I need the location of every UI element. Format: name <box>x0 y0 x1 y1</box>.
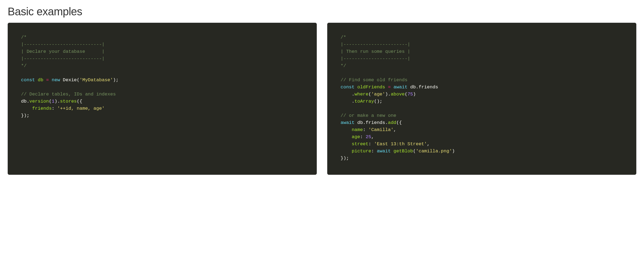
code-method: version <box>29 99 49 104</box>
code-comment: // Find some old friends <box>341 77 407 83</box>
code-indent <box>21 106 32 111</box>
examples-row: /* |----------------------------| | Decl… <box>8 23 636 175</box>
code-string: '++id, name, age' <box>57 106 105 111</box>
code-keyword: await <box>394 85 407 90</box>
code-punct: ) <box>452 149 455 154</box>
code-keyword: const <box>21 77 35 83</box>
code-string: 'age' <box>371 92 385 97</box>
code-punct: , <box>394 127 396 132</box>
code-number: 75 <box>407 92 413 97</box>
code-identifier: db <box>410 85 416 90</box>
code-comment: */ <box>341 63 346 68</box>
code-keyword: await <box>341 120 355 125</box>
code-comment: |-----------------------| <box>341 42 410 47</box>
code-punct: . <box>57 99 60 104</box>
code-property: friends <box>32 106 52 111</box>
code-identifier: db <box>38 77 43 83</box>
code-punct: ({ <box>396 120 402 125</box>
code-indent <box>341 99 352 104</box>
code-identifier: db <box>21 99 26 104</box>
code-punct: ( <box>413 149 416 154</box>
code-method: stores <box>60 99 77 104</box>
code-punct: : <box>363 127 366 132</box>
code-identifier: oldFriends <box>357 85 385 90</box>
code-indent <box>341 92 352 97</box>
code-punct: ({ <box>77 99 82 104</box>
code-property: picture <box>352 149 371 154</box>
code-property: friends <box>419 85 438 90</box>
code-punct: . <box>388 92 391 97</box>
code-function: getBlob <box>394 149 413 154</box>
code-identifier: db <box>357 120 363 125</box>
code-class: Dexie <box>63 77 77 83</box>
code-operator: = <box>388 85 391 90</box>
code-string: 'MyDatabase' <box>79 77 113 83</box>
code-punct: (); <box>374 99 382 104</box>
code-block-queries: /* |-----------------------| | Then run … <box>341 34 623 162</box>
code-panel-declare: /* |----------------------------| | Decl… <box>8 23 317 175</box>
code-method: add <box>388 120 396 125</box>
code-punct: : <box>360 134 363 140</box>
code-punct: : <box>52 106 54 111</box>
code-punct: ); <box>113 77 119 83</box>
code-comment: |----------------------------| <box>21 42 105 47</box>
code-punct: , <box>371 134 374 140</box>
code-comment: // Declare tables, IDs and indexes <box>21 92 116 97</box>
code-number: 1 <box>52 99 54 104</box>
code-comment: |-----------------------| <box>341 56 410 61</box>
code-operator: = <box>46 77 49 83</box>
code-string: 'East 13:th Street' <box>374 141 427 147</box>
code-property: friends <box>366 120 385 125</box>
code-indent <box>341 149 352 154</box>
code-punct: ( <box>405 92 407 97</box>
code-punct: ) <box>54 99 57 104</box>
code-punct: , <box>427 141 430 147</box>
code-method: toArray <box>355 99 374 104</box>
code-indent <box>341 127 352 132</box>
code-property: age <box>352 134 360 140</box>
code-punct: ) <box>413 92 416 97</box>
code-punct: ( <box>77 77 79 83</box>
code-punct: }); <box>21 113 29 118</box>
code-string: 'Camilla' <box>368 127 394 132</box>
code-punct: ( <box>49 99 52 104</box>
code-punct: : <box>368 141 371 147</box>
code-property: name <box>352 127 363 132</box>
code-keyword: const <box>341 85 355 90</box>
code-method: where <box>355 92 368 97</box>
code-string: 'camilla.png' <box>416 149 452 154</box>
code-punct: . <box>26 99 29 104</box>
code-comment: */ <box>21 63 26 68</box>
code-punct: . <box>385 120 388 125</box>
code-indent <box>341 141 352 147</box>
code-panel-queries: /* |-----------------------| | Then run … <box>327 23 636 175</box>
code-comment: // or make a new one <box>341 113 396 118</box>
code-punct: . <box>352 99 355 104</box>
code-punct: . <box>352 92 355 97</box>
code-indent <box>341 134 352 140</box>
code-property: street <box>352 141 368 147</box>
code-comment: /* <box>21 35 26 40</box>
code-punct: . <box>416 85 418 90</box>
code-punct: : <box>371 149 374 154</box>
code-punct: ( <box>368 92 371 97</box>
code-comment: |----------------------------| <box>21 56 105 61</box>
code-number: 25 <box>366 134 371 140</box>
code-keyword: new <box>52 77 60 83</box>
code-punct: }); <box>341 156 349 161</box>
section-heading: Basic examples <box>8 5 636 18</box>
code-punct: . <box>363 120 366 125</box>
code-keyword: await <box>377 149 391 154</box>
code-punct: ) <box>385 92 388 97</box>
code-method: above <box>391 92 405 97</box>
code-comment: | Then run some queries | <box>341 49 410 54</box>
code-comment: | Declare your database | <box>21 49 105 54</box>
code-block-declare: /* |----------------------------| | Decl… <box>21 34 303 119</box>
code-comment: /* <box>341 35 346 40</box>
